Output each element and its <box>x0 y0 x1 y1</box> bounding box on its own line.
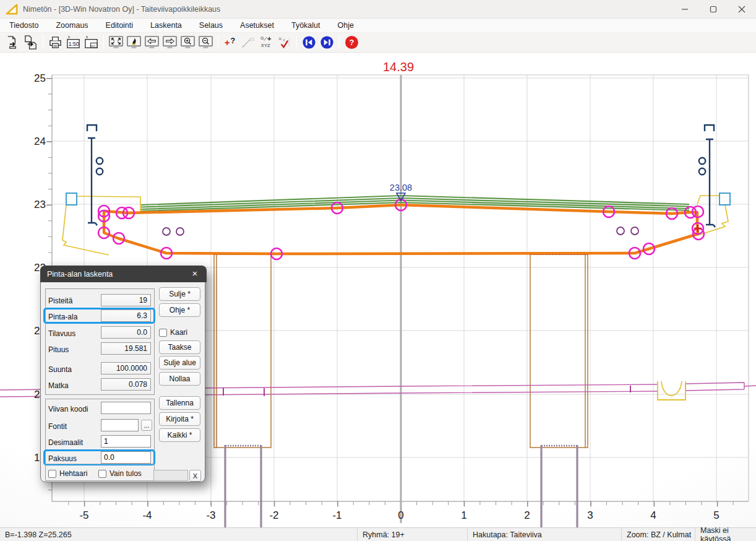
app-logo-icon <box>6 4 18 15</box>
field-label: Pituus <box>48 345 69 354</box>
import-file-icon[interactable] <box>4 34 21 51</box>
sulje-button[interactable]: Sulje * <box>159 287 200 301</box>
svg-text:x: x <box>86 35 88 39</box>
kirjoita-button[interactable]: Kirjoita * <box>159 412 200 426</box>
kaari-checkbox[interactable]: Kaari <box>159 328 187 337</box>
menu-ohje[interactable]: Ohje <box>331 19 361 32</box>
svg-text:25: 25 <box>34 72 46 84</box>
taakse-button[interactable]: Taakse <box>159 340 200 354</box>
application-window: Nimetön - [3D-Win Novatron Oy] - Taitevi… <box>0 0 756 541</box>
pisteita-field: 19 <box>101 294 151 306</box>
ohje-button[interactable]: Ohje * <box>159 303 200 317</box>
field-label: Desimaalit <box>48 438 83 447</box>
tallenna-button[interactable]: Tallenna <box>159 396 200 410</box>
svg-text:2: 2 <box>524 509 530 521</box>
vain-tulos-checkbox[interactable]: Vain tulos <box>98 469 142 478</box>
fontit-browse-button[interactable]: ... <box>141 420 152 431</box>
menu-bar: Tiedosto Zoomaus Editointi Laskenta Sela… <box>0 19 756 33</box>
fontit-input[interactable] <box>101 419 139 431</box>
menu-asetukset[interactable]: Asetukset <box>233 19 281 32</box>
svg-text:-4: -4 <box>142 509 152 521</box>
status-mask: Maski ei käytössä <box>695 528 756 541</box>
toolbar-separator <box>339 35 340 50</box>
field-label: Tilavuus <box>48 329 75 338</box>
dialog-title-bar[interactable]: Pinta-alan laskenta × <box>40 266 207 282</box>
menu-tiedosto[interactable]: Tiedosto <box>2 19 45 32</box>
menu-selaus[interactable]: Selaus <box>192 19 230 32</box>
nollaa-button[interactable]: Nollaa <box>159 372 200 386</box>
pan-icon[interactable] <box>126 34 142 51</box>
pinta-ala-field: 6.3 <box>101 309 151 322</box>
sulje-alue-button[interactable]: Sulje alue <box>159 356 200 370</box>
svg-text:-2: -2 <box>269 509 278 521</box>
field-label: Matka <box>48 381 69 390</box>
x-button[interactable]: X <box>189 470 201 482</box>
view-prev-icon[interactable] <box>144 34 160 51</box>
pituus-field: 19.581 <box>101 342 151 355</box>
toolbar-separator <box>296 35 297 50</box>
result-mini-field <box>153 470 188 481</box>
checkbox-box <box>159 329 167 337</box>
minimize-button[interactable] <box>671 0 699 19</box>
dialog-title: Pinta-alan laskenta <box>47 270 113 279</box>
desimaalit-input[interactable] <box>101 435 151 448</box>
menu-zoomaus[interactable]: Zoomaus <box>49 19 95 32</box>
field-label: Pinta-ala <box>48 313 77 321</box>
scale-1-50-icon[interactable]: x 1:50 <box>65 34 82 51</box>
status-zoom: Zoom: BZ / Kulmat <box>622 528 695 541</box>
zoom-fit-icon[interactable] <box>108 34 124 51</box>
help-glyph: ? <box>350 38 354 47</box>
point-check-icon[interactable] <box>276 34 293 51</box>
svg-text:-1: -1 <box>332 509 341 521</box>
status-coordinates: B=-1.398 Z=25.265 <box>0 528 358 541</box>
zoom-in-icon[interactable] <box>179 34 196 51</box>
status-bar: B=-1.398 Z=25.265 Ryhmä: 19+ Hakutapa: T… <box>0 527 756 541</box>
status-search-mode: Hakutapa: Taiteviiva <box>468 528 622 541</box>
svg-text:1:50: 1:50 <box>69 41 79 47</box>
print-icon[interactable] <box>47 34 64 51</box>
export-file-icon[interactable] <box>22 34 39 51</box>
help-icon[interactable]: ? <box>343 34 360 51</box>
close-button[interactable] <box>728 0 756 19</box>
maximize-button[interactable] <box>699 0 728 19</box>
window-title: Nimetön - [3D-Win Novatron Oy] - Taitevi… <box>23 5 220 14</box>
browse-prev-icon[interactable] <box>301 34 317 51</box>
toolbar-separator <box>43 35 43 50</box>
checkbox-label: Kaari <box>170 328 187 337</box>
svg-text:XYZ: XYZ <box>261 43 270 48</box>
browse-next-icon[interactable] <box>319 34 335 51</box>
toolbar: x 1:50 x <box>0 33 756 53</box>
svg-text:0: 0 <box>398 509 403 521</box>
menu-editointi[interactable]: Editointi <box>99 19 140 32</box>
matka-field: 0.078 <box>101 378 151 391</box>
viivan-koodi-input[interactable] <box>101 402 151 414</box>
svg-text:5: 5 <box>713 509 719 521</box>
svg-text:1: 1 <box>461 509 466 521</box>
view-next-icon[interactable] <box>161 34 178 51</box>
dialog-close-icon[interactable]: × <box>189 268 201 279</box>
pinta-alan-laskenta-dialog: Pinta-alan laskenta × Pisteitä 19 Pinta-… <box>40 266 205 482</box>
menu-laskenta[interactable]: Laskenta <box>144 19 189 32</box>
menu-tyokalut[interactable]: Työkalut <box>285 19 327 32</box>
toolbar-separator <box>218 35 218 50</box>
scale-window-icon[interactable]: x <box>83 34 100 51</box>
checkbox-box <box>48 470 56 478</box>
svg-text:x: x <box>68 35 71 39</box>
add-point-icon[interactable]: + ? <box>222 34 239 51</box>
zoom-out-icon[interactable] <box>197 34 214 51</box>
dialog-separator <box>45 464 154 464</box>
kaikki-button[interactable]: Kaikki * <box>159 428 200 442</box>
paksuus-input[interactable] <box>101 451 151 464</box>
point-xyz-icon[interactable]: XYZ <box>258 34 275 51</box>
ditch-channel <box>658 381 685 400</box>
field-label: Fontit <box>48 422 67 431</box>
surface-layers-green <box>141 196 689 211</box>
active-point-cross <box>694 225 702 232</box>
svg-text:21: 21 <box>249 37 255 42</box>
field-label: Suunta <box>48 365 72 374</box>
svg-text:23: 23 <box>34 199 46 210</box>
station-label: 14.39 <box>383 60 414 74</box>
suunta-field: 100.0000 <box>101 362 151 374</box>
hehtaari-checkbox[interactable]: Hehtaari <box>48 469 87 478</box>
point-id-21-icon[interactable]: 21 <box>240 34 257 51</box>
